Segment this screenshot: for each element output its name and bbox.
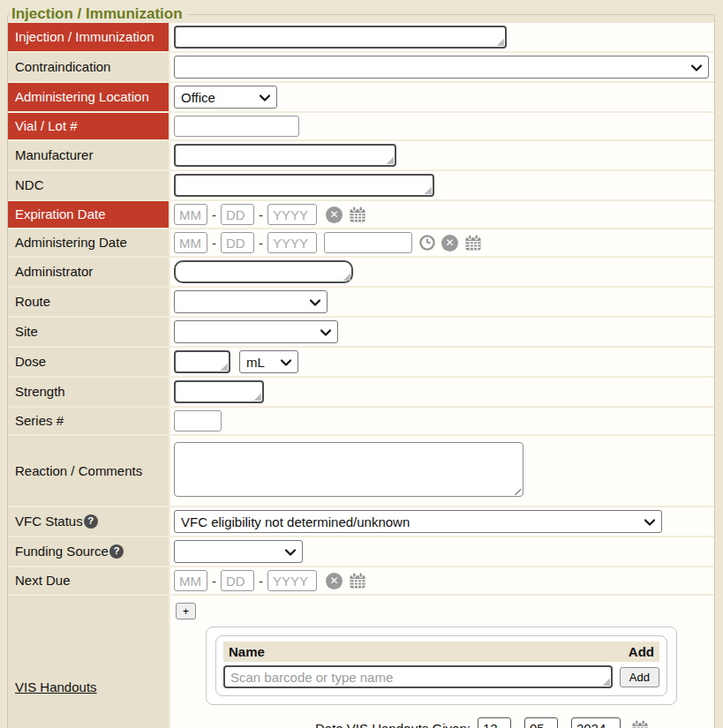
expiration-year-input[interactable] bbox=[267, 204, 317, 225]
select-value: mL bbox=[246, 355, 265, 370]
clear-date-icon[interactable]: ✕ bbox=[326, 573, 343, 589]
label-administering-location: Administering Location bbox=[8, 83, 170, 113]
label-vfc-status: VFC Status? bbox=[8, 507, 170, 537]
label-dose: Dose bbox=[8, 348, 170, 378]
administering-time-input[interactable] bbox=[324, 232, 412, 253]
expiration-day-input[interactable] bbox=[221, 204, 254, 225]
vis-header-name: Name bbox=[229, 644, 629, 659]
strength-input[interactable] bbox=[174, 380, 264, 403]
calendar-icon[interactable] bbox=[631, 719, 649, 728]
funding-source-select[interactable] bbox=[174, 540, 303, 563]
reaction-comments-textarea[interactable] bbox=[174, 442, 523, 497]
label-administrator: Administrator bbox=[8, 258, 170, 288]
row-strength: Strength bbox=[8, 378, 714, 408]
next-due-day-input[interactable] bbox=[221, 570, 254, 591]
administering-year-input[interactable] bbox=[267, 232, 317, 253]
chevron-down-icon bbox=[644, 519, 655, 526]
injection-immunization-input[interactable] bbox=[174, 26, 507, 49]
calendar-icon[interactable] bbox=[464, 234, 482, 251]
label-manufacturer: Manufacturer bbox=[8, 141, 170, 171]
next-due-year-input[interactable] bbox=[267, 570, 317, 591]
route-select[interactable] bbox=[174, 290, 328, 313]
vfc-status-select[interactable]: VFC eligibility not determined/unknown bbox=[174, 510, 662, 533]
label-next-due: Next Due bbox=[8, 567, 170, 596]
next-due-month-input[interactable] bbox=[174, 570, 207, 591]
dose-unit-select[interactable]: mL bbox=[239, 350, 298, 373]
vial-lot-input[interactable] bbox=[174, 116, 299, 137]
add-vis-row-button[interactable]: + bbox=[176, 603, 196, 619]
row-dose: Dose mL bbox=[8, 348, 714, 378]
clear-date-icon[interactable]: ✕ bbox=[326, 206, 343, 223]
vis-add-button[interactable]: Add bbox=[620, 667, 659, 687]
row-route: Route bbox=[8, 288, 714, 318]
ndc-input[interactable] bbox=[174, 174, 434, 197]
row-ndc: NDC bbox=[8, 171, 714, 201]
label-administering-date: Administering Date bbox=[8, 229, 170, 258]
contraindication-select[interactable] bbox=[174, 56, 709, 79]
select-value: Office bbox=[181, 90, 215, 105]
label-reaction: Reaction / Comments bbox=[8, 436, 170, 507]
vis-handouts-link[interactable]: VIS Handouts bbox=[15, 679, 97, 694]
label-series: Series # bbox=[8, 408, 170, 436]
help-icon[interactable]: ? bbox=[84, 514, 98, 529]
row-injection: Injection / Immunization bbox=[8, 23, 714, 53]
resize-grip[interactable] bbox=[496, 38, 504, 46]
label-strength: Strength bbox=[8, 378, 170, 408]
vis-header-add: Add bbox=[629, 644, 654, 659]
chevron-down-icon bbox=[281, 359, 291, 366]
form-title: Injection / Immunization bbox=[10, 5, 188, 23]
label-vial-lot: Vial / Lot # bbox=[8, 113, 170, 141]
calendar-icon[interactable] bbox=[349, 206, 366, 223]
resize-grip[interactable] bbox=[253, 393, 261, 401]
vis-date-given-label: Date VIS Handouts Given: bbox=[315, 721, 471, 728]
site-select[interactable] bbox=[174, 320, 338, 343]
label-contraindication: Contraindication bbox=[8, 53, 170, 83]
row-administering-location: Administering Location Office bbox=[8, 83, 714, 113]
help-icon[interactable]: ? bbox=[109, 544, 124, 559]
row-contraindication: Contraindication bbox=[8, 53, 714, 83]
administering-day-input[interactable] bbox=[221, 232, 254, 253]
label-site: Site bbox=[8, 318, 170, 348]
select-value: VFC eligibility not determined/unknown bbox=[181, 514, 410, 529]
row-administering-date: Administering Date - - ✕ bbox=[8, 229, 714, 258]
injection-form: Injection / Immunization Injection / Imm… bbox=[7, 5, 715, 728]
calendar-icon[interactable] bbox=[349, 572, 366, 589]
chevron-down-icon bbox=[285, 549, 296, 556]
administering-month-input[interactable] bbox=[174, 232, 207, 253]
label-injection: Injection / Immunization bbox=[8, 23, 170, 53]
resize-grip[interactable] bbox=[343, 273, 350, 281]
row-vial-lot: Vial / Lot # bbox=[8, 113, 714, 141]
clock-icon[interactable] bbox=[418, 234, 436, 251]
vis-handouts-panel: Name Add Add bbox=[206, 627, 677, 705]
vis-date-year-input[interactable] bbox=[571, 717, 621, 728]
label-ndc: NDC bbox=[8, 171, 170, 201]
resize-grip[interactable] bbox=[602, 678, 610, 686]
label-route: Route bbox=[8, 288, 170, 318]
label-expiration-date: Expiration Date bbox=[8, 201, 170, 229]
row-site: Site bbox=[8, 318, 714, 348]
manufacturer-input[interactable] bbox=[174, 144, 396, 167]
row-manufacturer: Manufacturer bbox=[8, 141, 714, 171]
label-funding-source: Funding Source? bbox=[8, 537, 170, 567]
vis-table-header: Name Add bbox=[223, 642, 659, 662]
vis-scan-input[interactable] bbox=[223, 665, 613, 688]
series-input[interactable] bbox=[174, 410, 222, 432]
resize-grip[interactable] bbox=[386, 156, 394, 164]
row-expiration-date: Expiration Date - - ✕ bbox=[8, 201, 714, 229]
vis-date-day-input[interactable] bbox=[524, 717, 558, 728]
row-next-due: Next Due - - ✕ bbox=[8, 567, 714, 596]
resize-grip[interactable] bbox=[424, 186, 432, 194]
row-reaction: Reaction / Comments bbox=[8, 436, 714, 507]
administrator-input[interactable] bbox=[174, 260, 353, 283]
vis-date-month-input[interactable] bbox=[478, 717, 511, 728]
resize-grip[interactable] bbox=[220, 363, 228, 371]
clear-date-icon[interactable]: ✕ bbox=[441, 235, 458, 251]
administering-location-select[interactable]: Office bbox=[174, 86, 277, 109]
chevron-down-icon bbox=[260, 94, 270, 101]
row-administrator: Administrator bbox=[8, 258, 714, 288]
label-vis-handouts: VIS Handouts bbox=[8, 596, 170, 728]
row-funding-source: Funding Source? bbox=[8, 537, 714, 567]
row-vfc-status: VFC Status? VFC eligibility not determin… bbox=[8, 507, 714, 537]
expiration-month-input[interactable] bbox=[174, 204, 207, 225]
chevron-down-icon bbox=[320, 329, 331, 336]
